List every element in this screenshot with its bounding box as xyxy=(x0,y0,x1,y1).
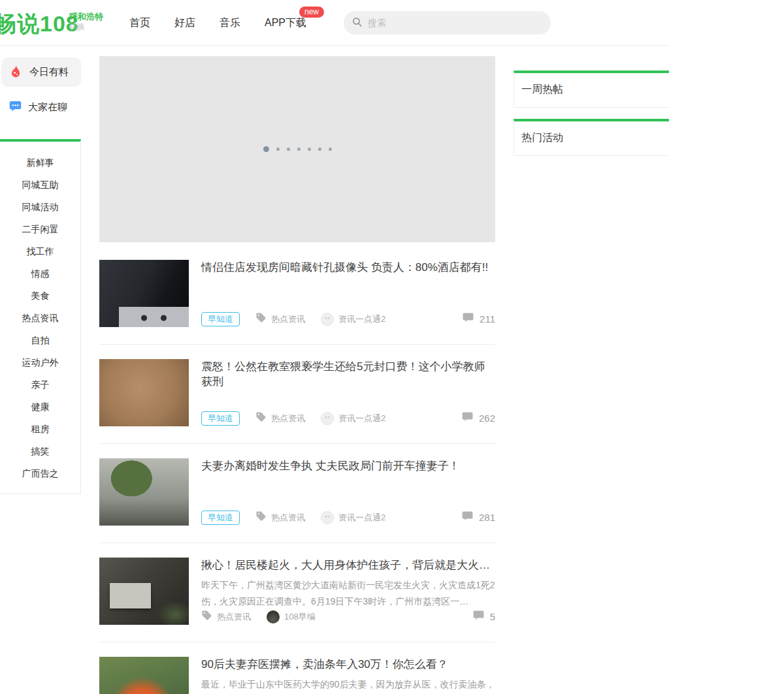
feed-item-category[interactable]: 热点资讯 xyxy=(255,511,305,524)
feed-item-title[interactable]: 揪心！居民楼起火，大人用身体护住孩子，背后就是大火… xyxy=(201,558,495,573)
category-item-food[interactable]: 美食 xyxy=(0,285,80,307)
carousel-dot-2[interactable] xyxy=(276,148,280,151)
page: 畅说108 呼和浩特 切换 首页 好店 音乐 APP下载 new xyxy=(0,0,784,694)
feed-item-title[interactable]: 震怒！公然在教室猥亵学生还给5元封口费！这个小学教师获刑 xyxy=(201,359,495,389)
early-know-tag[interactable]: 早知道 xyxy=(201,411,240,426)
category-item-rental[interactable]: 租房 xyxy=(0,418,80,440)
feed-item-meta: 早知道 热点资讯 资讯一点通2 xyxy=(201,411,495,426)
carousel-dot-1[interactable] xyxy=(263,146,269,152)
feed-item-thumbnail[interactable] xyxy=(99,359,189,426)
comment-icon xyxy=(461,510,474,525)
category-item-city-help[interactable]: 同城互助 xyxy=(0,174,80,196)
feed-item: 90后夫妻弃医摆摊，卖油条年入30万！你怎么看？ 最近，毕业于山东中医药大学的9… xyxy=(99,642,495,694)
category-item-funny[interactable]: 搞笑 xyxy=(0,440,80,462)
carousel-dot-6[interactable] xyxy=(318,148,321,151)
sidebar-item-everyone-chatting-label: 大家在聊 xyxy=(28,101,67,114)
carousel-dot-7[interactable] xyxy=(329,148,332,151)
feed-item: 揪心！居民楼起火，大人用身体护住孩子，背后就是大火… 昨天下午，广州荔湾区黄沙大… xyxy=(99,543,495,642)
early-know-tag[interactable]: 早知道 xyxy=(201,511,240,525)
feed-item: 夫妻办离婚时发生争执 丈夫民政局门前开车撞妻子！ 早知道 热点资讯 资讯一点通2 xyxy=(99,444,495,543)
nav-item-app-download-label: APP下载 xyxy=(265,17,306,28)
search-input[interactable] xyxy=(368,18,538,28)
nav-item-app-download[interactable]: APP下载 new xyxy=(265,16,306,30)
feed-item-author[interactable]: 资讯一点通2 xyxy=(321,313,385,326)
tag-icon xyxy=(255,511,267,524)
sidebar-item-today-hot[interactable]: 今日有料 xyxy=(1,57,81,87)
category-item-ads[interactable]: 广而告之 xyxy=(0,462,80,484)
feed-item-category[interactable]: 热点资讯 xyxy=(255,411,305,425)
carousel-dot-3[interactable] xyxy=(287,148,290,151)
feed-item-body: 夫妻办离婚时发生争执 丈夫民政局门前开车撞妻子！ 早知道 热点资讯 资讯一点通2 xyxy=(201,458,495,526)
feed-item-category-label: 热点资讯 xyxy=(217,611,251,623)
feed-item-thumbnail[interactable] xyxy=(99,657,189,694)
header: 畅说108 呼和浩特 切换 首页 好店 音乐 APP下载 new xyxy=(0,0,669,46)
comment-count[interactable]: 5 xyxy=(472,609,495,624)
comment-count[interactable]: 211 xyxy=(462,311,495,326)
feed-item-summary: 昨天下午，广州荔湾区黄沙大道南站新街一民宅发生火灾，火灾造成1死2伤，火灾原因正… xyxy=(201,577,495,610)
feed-item-meta: 早知道 热点资讯 资讯一点通2 xyxy=(201,510,495,525)
avatar xyxy=(321,412,334,425)
feed-item-author[interactable]: 108早编 xyxy=(267,610,316,623)
sidebar-item-everyone-chatting[interactable]: 大家在聊 xyxy=(1,98,81,116)
nav-item-shops[interactable]: 好店 xyxy=(174,16,195,30)
comment-count-label: 5 xyxy=(490,611,495,622)
carousel-dot-5[interactable] xyxy=(308,148,311,151)
hot-activities-box: 热门活动 xyxy=(514,119,669,156)
feed-item-meta: 早知道 热点资讯 资讯一点通2 xyxy=(201,311,495,326)
feed-item-author-label: 108早编 xyxy=(284,611,316,623)
feed-item-author[interactable]: 资讯一点通2 xyxy=(321,511,385,524)
nav-item-home[interactable]: 首页 xyxy=(129,16,150,30)
feed-item-author-label: 资讯一点通2 xyxy=(338,313,385,325)
main-content: 情侣住店发现房间暗藏针孔摄像头 负责人：80%酒店都有!! 早知道 热点资讯 资… xyxy=(99,56,495,694)
feed-item-thumbnail[interactable] xyxy=(99,260,189,327)
feed-item-body: 震怒！公然在教室猥亵学生还给5元封口费！这个小学教师获刑 早知道 热点资讯 资讯… xyxy=(201,359,495,426)
category-item-city-events[interactable]: 同城活动 xyxy=(0,196,80,218)
feed-item-summary: 最近，毕业于山东中医药大学的90后夫妻，因为放弃从医，改行卖油条，年赚30万，在… xyxy=(201,676,495,694)
feed-item-body: 情侣住店发现房间暗藏针孔摄像头 负责人：80%酒店都有!! 早知道 热点资讯 资… xyxy=(201,260,495,327)
nav-item-music[interactable]: 音乐 xyxy=(220,16,240,30)
feed-item-title[interactable]: 夫妻办离婚时发生争执 丈夫民政局门前开车撞妻子！ xyxy=(201,458,495,473)
tag-icon xyxy=(201,610,212,623)
category-item-romance[interactable]: 情感 xyxy=(0,262,80,285)
comment-count[interactable]: 281 xyxy=(461,510,495,525)
feed-item: 震怒！公然在教室猥亵学生还给5元封口费！这个小学教师获刑 早知道 热点资讯 资讯… xyxy=(99,345,495,444)
feed-item-category[interactable]: 热点资讯 xyxy=(201,610,251,623)
category-item-hot-news[interactable]: 热点资讯 xyxy=(0,307,80,329)
category-item-fresh-news[interactable]: 新鲜事 xyxy=(0,151,80,174)
right-sidebar: 一周热帖 热门活动 xyxy=(514,71,669,156)
category-item-health[interactable]: 健康 xyxy=(0,396,80,418)
category-item-selfie[interactable]: 自拍 xyxy=(0,329,80,351)
tag-icon xyxy=(255,312,267,326)
category-item-jobs[interactable]: 找工作 xyxy=(0,240,80,262)
category-menu: 新鲜事 同城互助 同城活动 二手闲置 找工作 情感 美食 热点资讯 自拍 运动户… xyxy=(0,139,81,494)
feed-item-category[interactable]: 热点资讯 xyxy=(255,312,305,326)
feed-item-body: 揪心！居民楼起火，大人用身体护住孩子，背后就是大火… 昨天下午，广州荔湾区黄沙大… xyxy=(201,558,495,625)
carousel-dots xyxy=(99,146,495,152)
feed-item-thumbnail[interactable] xyxy=(99,558,189,625)
early-know-tag[interactable]: 早知道 xyxy=(201,312,240,326)
comment-icon xyxy=(461,411,474,426)
weekly-hot-posts-title: 一周热帖 xyxy=(521,83,669,97)
weekly-hot-posts-box: 一周热帖 xyxy=(514,71,669,108)
feed-item-title[interactable]: 90后夫妻弃医摆摊，卖油条年入30万！你怎么看？ xyxy=(201,657,495,672)
comment-count-label: 262 xyxy=(479,413,495,424)
news-feed: 情侣住店发现房间暗藏针孔摄像头 负责人：80%酒店都有!! 早知道 热点资讯 资… xyxy=(99,245,495,694)
feed-item-category-label: 热点资讯 xyxy=(271,313,305,325)
feed-item-category-label: 热点资讯 xyxy=(271,413,305,424)
banner-carousel[interactable] xyxy=(99,56,495,242)
site-logo[interactable]: 畅说108 xyxy=(0,9,79,39)
feed-item-author[interactable]: 资讯一点通2 xyxy=(321,412,385,425)
comment-count[interactable]: 262 xyxy=(461,411,495,426)
feed-item-body: 90后夫妻弃医摆摊，卖油条年入30万！你怎么看？ 最近，毕业于山东中医药大学的9… xyxy=(201,657,495,694)
city-switch-link[interactable]: 切换 xyxy=(69,22,103,31)
category-item-secondhand[interactable]: 二手闲置 xyxy=(0,218,80,240)
carousel-dot-4[interactable] xyxy=(297,148,301,151)
feed-item-title[interactable]: 情侣住店发现房间暗藏针孔摄像头 负责人：80%酒店都有!! xyxy=(201,260,495,275)
search-box[interactable] xyxy=(344,11,551,35)
feed-item-thumbnail[interactable] xyxy=(99,458,189,526)
comment-count-label: 281 xyxy=(479,512,495,523)
category-item-sports-outdoor[interactable]: 运动户外 xyxy=(0,351,80,373)
sidebar-item-today-hot-label: 今日有料 xyxy=(29,66,69,78)
category-item-parenting[interactable]: 亲子 xyxy=(0,373,80,396)
flame-icon xyxy=(8,63,24,82)
